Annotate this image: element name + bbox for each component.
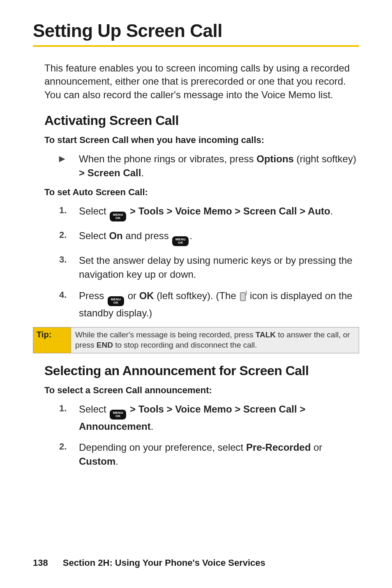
list-item: 3. Set the answer delay by using numeric… [59, 254, 359, 281]
lead-in-announcement: To select a Screen Call announcement: [44, 385, 359, 396]
menu-key-label: MENUOK [113, 213, 123, 220]
numbered-list-1: 1. Select MENUOK > Tools > Voice Memo > … [59, 204, 359, 320]
lead-in-auto: To set Auto Screen Call: [44, 187, 359, 198]
step-text: Select MENUOK > Tools > Voice Memo > Scr… [79, 402, 359, 434]
step-number: 3. [59, 254, 79, 266]
text-fragment: Select [79, 205, 109, 217]
lead-in-start: To start Screen Call when you have incom… [44, 135, 359, 145]
step-text: Set the answer delay by using numeric ke… [79, 254, 359, 281]
page-footer: 138 Section 2H: Using Your Phone's Voice… [33, 558, 265, 568]
bullet-text: When the phone rings or vibrates, press … [79, 152, 359, 180]
text-fragment: and press [123, 230, 172, 241]
list-item: 1. Select MENUOK > Tools > Voice Memo > … [59, 204, 359, 221]
bold-end: END [97, 341, 113, 349]
bold-ok: OK [139, 290, 154, 301]
tip-label-cell: Tip: [33, 327, 71, 353]
step-text: Select On and press MENUOK. [79, 229, 359, 246]
bold-talk: TALK [256, 330, 276, 339]
text-fragment: . [330, 205, 333, 217]
step-text: Depending on your preference, select Pre… [79, 440, 359, 468]
list-item: 2. Depending on your preference, select … [59, 440, 359, 468]
subheading-activating: Activating Screen Call [44, 113, 359, 128]
step-number: 1. [59, 204, 79, 217]
intro-paragraph: This feature enables you to screen incom… [44, 62, 359, 101]
menu-key-label: MENUOK [111, 298, 121, 304]
bold-prerecorded: Pre-Recorded [246, 442, 311, 453]
text-fragment: . [151, 421, 154, 432]
text-fragment: or [311, 442, 322, 453]
bold-options: Options [256, 153, 294, 164]
footer-section-title: Section 2H: Using Your Phone's Voice Ser… [63, 558, 265, 568]
menu-key-icon: MENUOK [172, 236, 189, 246]
step-number: 2. [59, 229, 79, 242]
text-fragment: Depending on your preference, select [79, 442, 246, 453]
title-underline [33, 45, 359, 47]
phone-signal-icon [240, 291, 246, 300]
menu-key-icon: MENUOK [108, 296, 124, 306]
bullet-list: ▶ When the phone rings or vibrates, pres… [59, 152, 359, 180]
text-fragment: (right softkey) [294, 153, 356, 164]
tip-body: While the caller's message is being reco… [75, 330, 355, 350]
bold-screencall: > Screen Call [79, 167, 141, 178]
menu-key-label: MENUOK [113, 411, 123, 418]
list-item: ▶ When the phone rings or vibrates, pres… [59, 152, 359, 180]
bold-custom: Custom [79, 456, 115, 467]
step-number: 2. [59, 440, 79, 453]
text-fragment: (left softkey). (The [154, 290, 239, 301]
step-number: 4. [59, 289, 79, 302]
bold-path: > Tools > Voice Memo > Screen Call > Aut… [127, 205, 330, 217]
subheading-announcement: Selecting an Announcement for Screen Cal… [44, 363, 359, 378]
text-fragment: Select [79, 404, 109, 415]
tip-label: Tip: [37, 330, 51, 339]
menu-key-icon: MENUOK [110, 410, 126, 420]
menu-key-icon: MENUOK [110, 212, 126, 221]
text-fragment: Select [79, 230, 109, 241]
text-fragment: Press [79, 290, 107, 301]
list-item: 1. Select MENUOK > Tools > Voice Memo > … [59, 402, 359, 434]
numbered-list-2: 1. Select MENUOK > Tools > Voice Memo > … [59, 402, 359, 468]
tip-body-cell: While the caller's message is being reco… [71, 327, 359, 353]
triangle-bullet-icon: ▶ [59, 152, 79, 164]
text-fragment: or [125, 290, 139, 301]
step-text: Press MENUOK or OK (left softkey). (The … [79, 289, 359, 320]
step-number: 1. [59, 402, 79, 415]
text-fragment: . [189, 230, 192, 241]
list-item: 4. Press MENUOK or OK (left softkey). (T… [59, 289, 359, 320]
list-item: 2. Select On and press MENUOK. [59, 229, 359, 246]
page-number: 138 [33, 558, 48, 568]
step-text: Select MENUOK > Tools > Voice Memo > Scr… [79, 204, 359, 221]
menu-key-label: MENUOK [175, 238, 186, 244]
bold-on: On [109, 230, 122, 241]
text-fragment: . [115, 456, 118, 467]
text-fragment: When the phone rings or vibrates, press [79, 153, 256, 164]
page-title: Setting Up Screen Call [33, 21, 359, 45]
text-fragment: to stop recording and disconnect the cal… [113, 341, 257, 349]
text-fragment: While the caller's message is being reco… [75, 330, 256, 339]
tip-callout: Tip: While the caller's message is being… [33, 327, 359, 353]
text-fragment: . [141, 167, 144, 178]
